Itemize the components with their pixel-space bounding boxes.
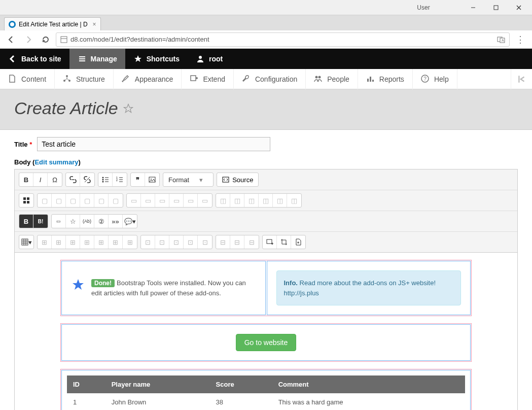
table-tool-3[interactable]: ⊞ [66,235,80,249]
forward-button[interactable] [21,32,36,47]
menu-reports[interactable]: Reports [358,69,413,89]
misc-tool-5[interactable]: ◫ [273,194,287,207]
page-viewport[interactable]: Back to site Manage Shortcuts root Conte… [0,49,532,410]
menu-content[interactable]: Content [0,69,55,89]
unlink-button[interactable] [80,173,94,186]
table-tool-7[interactable]: ⊞ [123,235,137,249]
misc-tool-1[interactable]: ◫ [216,194,230,207]
menu-configuration[interactable]: Configuration [234,69,306,89]
col-tool-6[interactable]: ▢ [109,194,123,207]
menu-help[interactable]: ? Help [413,69,457,89]
abbr-button[interactable]: (Ab) [80,215,94,228]
bold-button[interactable]: B [19,173,33,186]
misc-tool-3[interactable]: ◫ [244,194,259,207]
back-button[interactable] [4,32,18,47]
breadcrumb-button[interactable]: »» [109,215,123,228]
content-row-2[interactable]: Go to website [60,323,472,362]
hamburger-icon [78,54,87,63]
blockquote-button[interactable]: ❞ [131,173,145,186]
menu-people[interactable]: People [306,69,358,89]
user-menu-link[interactable]: root [188,49,231,69]
content-row-3[interactable]: ID Player name Score Comment 1 John Brow… [60,369,472,410]
col-tool-1[interactable]: ▢ [38,194,52,207]
browser-tab[interactable]: Edit Article Test article | D × [4,17,101,30]
shortcuts-link[interactable]: Shortcuts [125,49,188,69]
table-tool-1[interactable]: ⊞ [38,235,52,249]
table-tool-4[interactable]: ⊞ [80,235,94,249]
close-window-button[interactable] [507,1,530,15]
reload-button[interactable] [39,32,53,47]
merge-tool-1[interactable]: ⊟ [216,235,230,249]
info-link[interactable]: http://js.plus [284,289,319,297]
menu-extend[interactable]: Extend [182,69,234,89]
cell-tool-1[interactable]: ⊡ [141,235,155,249]
file-plus-button[interactable] [291,235,305,249]
circle-2-button[interactable]: ② [94,215,109,228]
image-button[interactable] [145,173,159,186]
row-tool-3[interactable]: ▭ [155,194,169,207]
row-tool-2[interactable]: ▭ [141,194,155,207]
ok-badge-button[interactable]: ▭ [52,215,66,228]
table-tool-5[interactable]: ⊞ [94,235,109,249]
favorite-star-icon[interactable] [123,104,133,114]
comment-button[interactable]: 💬▾ [123,215,137,228]
upload-image-button[interactable] [263,235,277,249]
address-bar[interactable]: d8.com/node/1/edit?destination=/admin/co… [56,32,510,47]
back-to-site-link[interactable]: Back to site [0,49,69,69]
table-row[interactable]: 1 John Brown 38 This was a hard game [67,393,465,410]
editor-content-area[interactable]: Done!Bootstrap Tools were installed. Now… [15,252,517,410]
misc-tool-2[interactable]: ◫ [230,194,244,207]
merge-tool-2[interactable]: ⊟ [230,235,244,249]
crop-image-button[interactable] [277,235,291,249]
content-row-1[interactable]: Done!Bootstrap Tools were installed. Now… [60,260,472,316]
body-label: Body (Edit summary) [14,158,518,166]
maximize-button[interactable] [484,1,507,15]
row-tool-6[interactable]: ▭ [198,194,212,207]
cell-tool-5[interactable]: ⊡ [198,235,212,249]
italic-button[interactable]: I [33,173,48,186]
people-icon [314,75,323,84]
svg-point-27 [102,177,103,179]
minimize-button[interactable] [462,1,484,15]
special-char-button[interactable]: Ω [48,173,62,186]
table-tool-2[interactable]: ⊞ [52,235,66,249]
layout-grid-button[interactable] [19,194,33,207]
row-tool-1[interactable]: ▭ [127,194,141,207]
merge-tool-3[interactable]: ⊟ [244,235,259,249]
manage-link[interactable]: Manage [69,49,125,69]
widget-bi-button[interactable]: B! [33,215,48,228]
col-tool-4[interactable]: ▢ [80,194,94,207]
menu-appearance[interactable]: Appearance [114,69,182,89]
menu-structure[interactable]: Structure [55,69,114,89]
svg-point-28 [102,179,103,181]
col-tool-2[interactable]: ▢ [52,194,66,207]
cell-tool-2[interactable]: ⊡ [155,235,169,249]
cell-tool-3[interactable]: ⊡ [169,235,184,249]
link-button[interactable] [66,173,80,186]
tab-close-icon[interactable]: × [93,21,96,28]
browser-menu-icon[interactable]: ⋮ [513,34,528,45]
misc-tool-4[interactable]: ◫ [259,194,273,207]
collapse-toolbar-button[interactable] [511,69,532,89]
row-tool-4[interactable]: ▭ [169,194,184,207]
misc-tool-6[interactable]: ◫ [287,194,301,207]
col-tool-3[interactable]: ▢ [66,194,80,207]
widget-b-button[interactable]: B [19,215,33,228]
row-tool-5[interactable]: ▭ [184,194,198,207]
translate-icon[interactable]: A [497,36,505,44]
edit-summary-link[interactable]: Edit summary [34,158,78,166]
admin-toolbar: Back to site Manage Shortcuts root [0,49,532,69]
title-input[interactable] [37,137,270,151]
numbered-list-button[interactable]: 12 [113,173,127,186]
star-tool-button[interactable]: ☆ [66,215,80,228]
table-tool-6[interactable]: ⊞ [109,235,123,249]
format-dropdown[interactable]: Format [163,173,214,187]
col-tool-5[interactable]: ▢ [94,194,109,207]
table-menu-button[interactable]: ▾ [19,235,33,249]
bullet-list-button[interactable] [98,173,113,186]
source-button[interactable]: Source [217,173,259,187]
svg-rect-42 [27,197,29,200]
go-to-website-button[interactable]: Go to website [236,334,297,351]
cell-tool-4[interactable]: ⊡ [184,235,198,249]
svg-rect-21 [370,77,371,82]
